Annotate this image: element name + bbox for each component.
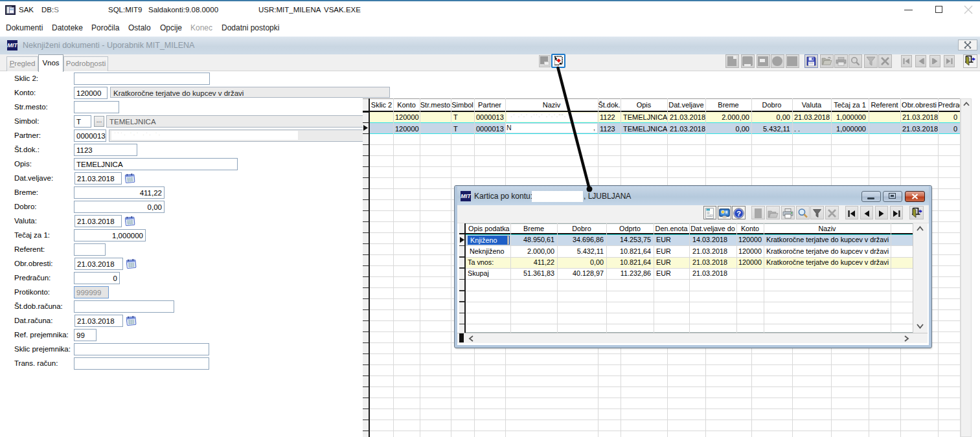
svg-text:?: ? [736,210,741,218]
